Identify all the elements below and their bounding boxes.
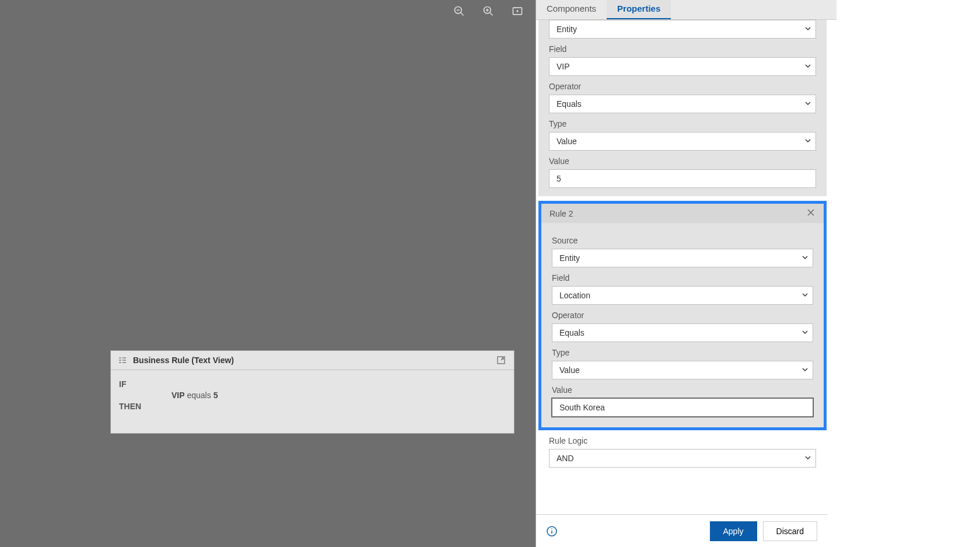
rule1-operator-label: Operator [549,82,816,91]
action-bar: Apply Discard [536,514,828,547]
rule2-operator-label: Operator [552,311,813,320]
rule2-value-input[interactable] [552,398,813,417]
rule1-value-group: Value [549,156,816,188]
rule2-type-value[interactable] [552,361,813,379]
rule1-operator-dropdown[interactable] [549,95,816,113]
rule2-source-group: Source [552,236,813,267]
text-view-rule-line: VIP equals 5 [172,391,506,400]
business-rule-icon [118,356,127,365]
svg-line-4 [490,13,493,16]
rule2-title: Rule 2 [550,209,573,218]
info-icon[interactable] [547,526,557,536]
rule1-value-input[interactable] [549,169,816,188]
properties-scroll-area[interactable]: Field Operator [536,20,836,514]
apply-button[interactable]: Apply [710,521,757,541]
rule2-field-dropdown[interactable] [552,286,813,305]
rule2-value-group: Value [552,385,813,417]
rule1-field-group: Field [549,44,816,76]
rule2-field-label: Field [552,273,813,283]
rule2-value-label: Value [552,385,813,395]
rule2-field-group: Field [552,273,813,305]
close-icon[interactable] [806,208,816,219]
rule2-operator-value[interactable] [552,323,813,342]
rule-logic-area: Rule Logic [538,430,827,480]
rule1-type-group: Type [549,119,816,151]
canvas-toolbar [453,5,524,18]
rule-logic-value[interactable] [549,449,816,468]
right-empty-area [836,0,980,547]
text-view-title: Business Rule (Text View) [133,356,234,365]
text-view-rule-operator: equals [187,391,211,400]
rule2-source-dropdown[interactable] [552,249,813,267]
rule2-type-group: Type [552,348,813,379]
rule1-source-group [549,20,816,39]
rule-logic-label: Rule Logic [549,436,816,445]
rule1-type-label: Type [549,119,816,128]
rule1-field-label: Field [549,44,816,54]
rule2-field-value[interactable] [552,286,813,305]
rule1-type-value[interactable] [549,132,816,151]
discard-button[interactable]: Discard [763,521,817,541]
rule1-operator-value[interactable] [549,95,816,113]
rule2-source-value[interactable] [552,249,813,267]
rule2-operator-dropdown[interactable] [552,323,813,342]
fit-screen-icon[interactable] [511,5,524,18]
rule1-area: Field Operator [538,20,827,196]
rule2-source-label: Source [552,236,813,245]
business-rule-text-view-panel: Business Rule (Text View) IF VIP equals … [110,350,514,434]
properties-tabs: Components Properties [536,0,836,20]
rule1-source-value[interactable] [549,20,816,39]
tab-components[interactable]: Components [536,0,607,19]
text-view-if: IF [119,379,506,389]
rule1-type-dropdown[interactable] [549,132,816,151]
canvas-area[interactable]: Business Rule (Text View) IF VIP equals … [0,0,536,547]
rule1-field-dropdown[interactable] [549,57,816,76]
rule2-type-label: Type [552,348,813,357]
maximize-icon[interactable] [496,356,507,366]
text-view-body: IF VIP equals 5 THEN [111,370,514,433]
svg-point-8 [516,10,518,12]
rule2-operator-group: Operator [552,311,813,342]
rule1-value-label: Value [549,156,816,166]
text-view-then: THEN [119,402,506,411]
rule2-type-dropdown[interactable] [552,361,813,379]
text-view-header: Business Rule (Text View) [111,351,514,370]
rule1-field-value[interactable] [549,57,816,76]
svg-point-21 [551,528,552,529]
zoom-out-icon[interactable] [453,5,466,18]
right-panel: Components Properties [536,0,980,547]
rule1-operator-group: Operator [549,82,816,113]
zoom-in-icon[interactable] [482,5,495,18]
tab-properties[interactable]: Properties [607,0,671,19]
svg-line-1 [461,13,464,16]
text-view-rule-value: 5 [214,391,218,400]
rule2-header: Rule 2 [541,204,824,223]
rule1-source-dropdown[interactable] [549,20,816,39]
text-view-rule-field: VIP [172,391,185,400]
rule2-section: Rule 2 Source [538,201,827,430]
rule-logic-dropdown[interactable] [549,449,816,468]
